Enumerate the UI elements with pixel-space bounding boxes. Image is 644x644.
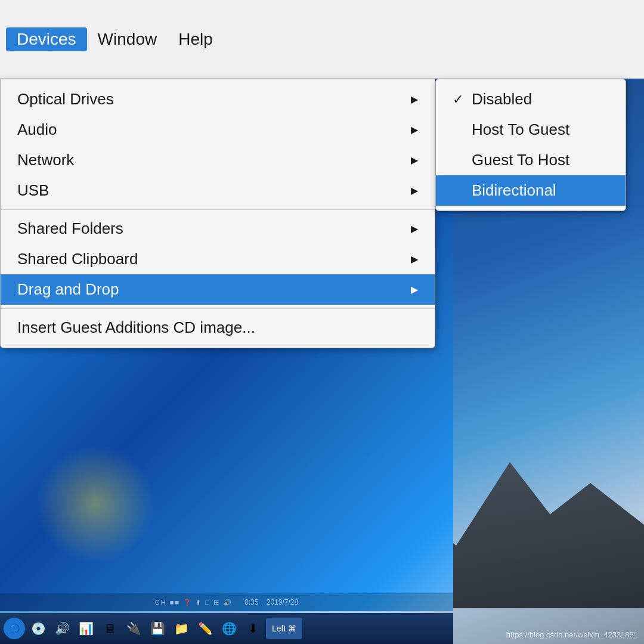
submenu-arrow-icon: ▶ xyxy=(411,223,418,234)
taskbar: 🔵 💿 🔊 📊 🖥 🔌 💾 📁 ✏️ 🌐 ⬇ Left ⌘ xyxy=(0,613,453,644)
menu-item-window[interactable]: Window xyxy=(87,27,168,51)
menu-audio[interactable]: Audio ▶ xyxy=(1,114,435,145)
clock: 0:35 2019/7/28 xyxy=(244,598,298,606)
menu-optical-drives[interactable]: Optical Drives ▶ xyxy=(1,84,435,114)
taskbar-icon-10[interactable]: ⬇ xyxy=(242,618,264,639)
separator-1 xyxy=(1,209,435,210)
taskbar-icon-9[interactable]: 🌐 xyxy=(218,618,240,639)
taskbar-start-text[interactable]: Left ⌘ xyxy=(266,618,302,639)
check-icon: ✓ xyxy=(453,92,469,107)
systray-icons: CH ■■ ❓ ⬆ □ ⊞ 🔊 xyxy=(155,599,233,606)
taskbar-icon-1[interactable]: 💿 xyxy=(27,618,49,639)
submenu-arrow-icon: ▶ xyxy=(411,94,418,105)
submenu-disabled[interactable]: ✓ Disabled xyxy=(436,84,626,114)
submenu-bidirectional[interactable]: Bidirectional xyxy=(436,175,626,206)
submenu-arrow-icon: ▶ xyxy=(411,284,418,295)
taskbar-icon-6[interactable]: 💾 xyxy=(147,618,168,639)
taskbar-icon-8[interactable]: ✏️ xyxy=(194,618,216,639)
submenu-arrow-icon: ▶ xyxy=(411,253,418,265)
submenu-arrow-icon: ▶ xyxy=(411,185,418,196)
submenu-arrow-icon: ▶ xyxy=(411,154,418,166)
menu-drag-and-drop[interactable]: Drag and Drop ▶ xyxy=(1,274,435,305)
taskbar-icon-2[interactable]: 🔊 xyxy=(51,618,73,639)
submenu-guest-to-host[interactable]: Guest To Host xyxy=(436,145,626,175)
taskbar-icon-3[interactable]: 📊 xyxy=(75,618,97,639)
menu-item-help[interactable]: Help xyxy=(168,27,224,51)
separator-2 xyxy=(1,308,435,309)
watermark: https://blog.csdn.net/weixin_42331851 xyxy=(506,630,638,639)
menu-network[interactable]: Network ▶ xyxy=(1,145,435,175)
menu-shared-clipboard[interactable]: Shared Clipboard ▶ xyxy=(1,244,435,274)
menu-item-devices[interactable]: Devices xyxy=(6,27,87,51)
taskbar-start-button[interactable]: 🔵 xyxy=(4,618,25,639)
submenu-arrow-icon: ▶ xyxy=(411,124,418,135)
taskbar-icon-7[interactable]: 📁 xyxy=(171,618,192,639)
devices-dropdown-menu: Optical Drives ▶ Audio ▶ Network ▶ USB ▶… xyxy=(0,79,435,348)
drag-drop-submenu: ✓ Disabled Host To Guest Guest To Host B… xyxy=(435,79,626,211)
taskbar-icon-5[interactable]: 🔌 xyxy=(123,618,144,639)
desktop-glow xyxy=(36,444,155,564)
systray-strip: CH ■■ ❓ ⬆ □ ⊞ 🔊 0:35 2019/7/28 xyxy=(0,593,453,611)
menu-usb[interactable]: USB ▶ xyxy=(1,175,435,206)
menu-shared-folders[interactable]: Shared Folders ▶ xyxy=(1,213,435,244)
menu-insert-guest[interactable]: Insert Guest Additions CD image... xyxy=(1,312,435,343)
menubar: Devices Window Help xyxy=(0,0,644,79)
taskbar-icon-4[interactable]: 🖥 xyxy=(99,618,120,639)
submenu-host-to-guest[interactable]: Host To Guest xyxy=(436,114,626,145)
